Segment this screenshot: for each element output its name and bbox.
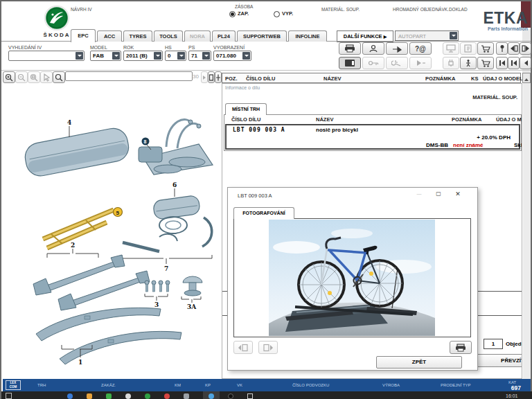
- autopart-select[interactable]: AUTOPART: [395, 30, 459, 41]
- prev-block-button[interactable]: [508, 57, 520, 69]
- play-button[interactable]: [409, 57, 432, 69]
- overview-button[interactable]: [208, 71, 215, 83]
- model-dropdown-icon[interactable]: [112, 52, 120, 60]
- prev-page-button[interactable]: [520, 57, 531, 69]
- scroll-up-button[interactable]: [522, 73, 531, 83]
- col-pos[interactable]: POZ.: [225, 76, 238, 82]
- tab-epc[interactable]: EPC: [71, 29, 96, 42]
- col-model[interactable]: ÚDAJ O MODELU: [483, 76, 526, 82]
- stock-radio-off[interactable]: VYP.: [274, 10, 315, 17]
- ps-combo[interactable]: 71: [188, 51, 211, 61]
- taskbar-icon[interactable]: [164, 393, 170, 399]
- taskbar-icon[interactable]: [228, 393, 233, 399]
- maximize-button[interactable]: ▢: [433, 190, 444, 199]
- help-at-button[interactable]: ?@: [409, 42, 432, 55]
- col-number[interactable]: ČÍSLO DÍLU: [246, 76, 276, 82]
- photo-tab[interactable]: FOTOGRAFOVÁNÍ: [233, 207, 294, 219]
- minimize-button[interactable]: —: [414, 191, 425, 200]
- fit-button[interactable]: [215, 71, 222, 83]
- key-button[interactable]: [362, 57, 384, 69]
- year-combo[interactable]: 2011 (B): [123, 51, 163, 61]
- lookup-combo[interactable]: [8, 51, 85, 61]
- photo-print-button[interactable]: [450, 341, 472, 354]
- zoom-window-button[interactable]: [28, 71, 40, 83]
- ps-dropdown-icon[interactable]: [202, 52, 210, 60]
- illustration-dropdown-icon[interactable]: [242, 52, 250, 60]
- accessibility-button[interactable]: [460, 57, 477, 69]
- taskbar-icon[interactable]: [125, 393, 131, 399]
- col-qty[interactable]: KS: [471, 76, 478, 82]
- first-page-button[interactable]: [496, 57, 508, 69]
- external-doc-button[interactable]: [460, 42, 477, 55]
- callout-6[interactable]: 6: [172, 181, 177, 188]
- close-button[interactable]: ✕: [452, 190, 463, 199]
- callout-5[interactable]: 5: [116, 210, 120, 216]
- order-qty-input[interactable]: 1: [484, 339, 503, 349]
- info-col-model[interactable]: ÚDAJ O MODELU: [496, 116, 522, 123]
- callout-4[interactable]: 4: [67, 119, 71, 126]
- counter-step-button[interactable]: [201, 71, 208, 83]
- start-button[interactable]: [6, 393, 12, 399]
- hs-combo[interactable]: 0: [165, 51, 186, 61]
- taskbar-icon[interactable]: [145, 393, 150, 399]
- local-market-tab[interactable]: MÍSTNÍ TRH: [225, 103, 267, 115]
- photo-prev-button[interactable]: [233, 341, 253, 354]
- callout-2[interactable]: 2: [71, 242, 75, 249]
- user-info-button[interactable]: [362, 42, 384, 55]
- info-col-number[interactable]: ČÍSLO DÍLU: [231, 116, 261, 123]
- tab-infoline[interactable]: INFOLINE: [288, 30, 327, 42]
- col-name[interactable]: NÁZEV: [323, 76, 341, 82]
- page-forward-button[interactable]: [520, 42, 531, 55]
- tab-tools[interactable]: TOOLS: [154, 30, 183, 42]
- ps-label: PS: [188, 45, 195, 50]
- hs-dropdown-icon[interactable]: [177, 52, 185, 60]
- callout-7[interactable]: 7: [164, 265, 168, 272]
- tab-acc[interactable]: ACC: [97, 30, 122, 42]
- wrench-button[interactable]: [386, 57, 408, 69]
- page-back-button[interactable]: [508, 42, 520, 55]
- info-col-note[interactable]: POZNÁMKA: [452, 116, 481, 123]
- taskbar-clock[interactable]: 16:01: [506, 393, 518, 398]
- pointer-button[interactable]: [40, 71, 53, 83]
- selected-part-row[interactable]: LBT 009 003 A nosič pro bicykl + 20.0% D…: [225, 124, 520, 150]
- info-col-name[interactable]: NÁZEV: [316, 116, 333, 123]
- elsa-button[interactable]: [443, 42, 459, 55]
- back-button[interactable]: ZPĚT: [376, 356, 462, 369]
- tab-tyres[interactable]: TYRES: [123, 30, 152, 42]
- col-note[interactable]: POZNÁMKA: [425, 76, 455, 82]
- callout-3[interactable]: 3: [154, 301, 159, 308]
- magnifier-button[interactable]: [53, 71, 65, 83]
- callout-3a[interactable]: 3A: [187, 303, 197, 310]
- taskbar-icon[interactable]: [247, 393, 253, 399]
- tab-nora[interactable]: NORA: [184, 30, 211, 42]
- parts-diagram[interactable]: 4 8 6 5: [3, 83, 220, 379]
- taskbar-icon[interactable]: [184, 393, 189, 399]
- plug-button[interactable]: [443, 57, 459, 69]
- zoom-out-button[interactable]: [15, 71, 28, 83]
- tab-supportweb[interactable]: SUPPORTWEB: [237, 30, 287, 42]
- cart-button[interactable]: [477, 57, 494, 69]
- stock-radio-on[interactable]: ZAP.: [229, 10, 271, 17]
- lookup-dropdown-icon[interactable]: [76, 52, 83, 60]
- taskbar-icon[interactable]: [106, 393, 112, 399]
- illustration-combo[interactable]: 071.080: [213, 51, 251, 61]
- material-list-button[interactable]: MATERIÁL. SOUP.: [472, 94, 517, 100]
- taskbar-icon[interactable]: [87, 393, 92, 399]
- year-dropdown-icon[interactable]: [154, 52, 161, 60]
- callout-1[interactable]: 1: [78, 359, 82, 366]
- tab-pl24[interactable]: PL24: [212, 30, 236, 42]
- photo-next-button[interactable]: [258, 341, 278, 354]
- screen-button[interactable]: [339, 57, 361, 69]
- cart-transfer-button[interactable]: [477, 42, 494, 55]
- print-button[interactable]: [339, 42, 361, 55]
- diagram-panel[interactable]: 4 8 6 5: [3, 83, 220, 379]
- taskbar-active-app[interactable]: [203, 391, 220, 399]
- filter-input[interactable]: [65, 71, 193, 81]
- hand-point-button[interactable]: [386, 42, 408, 55]
- model-combo[interactable]: FAB: [90, 51, 121, 61]
- autopart-dropdown-icon[interactable]: [450, 32, 457, 39]
- zoom-in-button[interactable]: [3, 71, 15, 83]
- callout-8[interactable]: 8: [144, 139, 147, 144]
- pin-button[interactable]: [496, 42, 508, 55]
- taskbar-icon[interactable]: [67, 393, 73, 399]
